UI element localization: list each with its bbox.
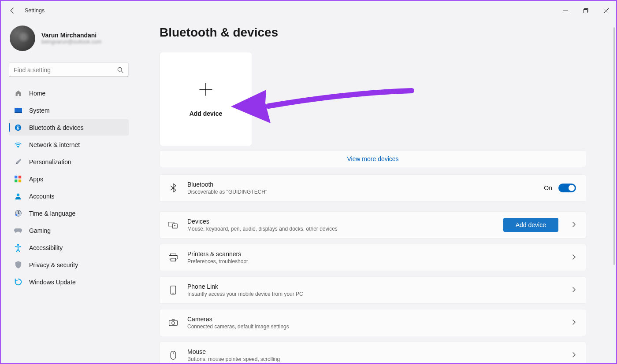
camera-icon	[168, 317, 178, 328]
view-more-label: View more devices	[347, 155, 398, 162]
home-icon	[14, 89, 22, 97]
avatar	[10, 26, 35, 51]
svg-rect-4	[15, 112, 22, 113]
close-button[interactable]	[596, 4, 616, 18]
nav-label: Time & language	[29, 210, 75, 217]
back-icon[interactable]	[9, 7, 16, 14]
window-controls	[555, 4, 616, 18]
svg-rect-9	[19, 179, 21, 182]
phone-icon	[168, 285, 178, 295]
scrollbar-thumb[interactable]	[613, 27, 615, 265]
nav-apps[interactable]: Apps	[9, 171, 129, 187]
nav-accessibility[interactable]: Accessibility	[9, 239, 129, 256]
profile-name: Varun Mirchandani	[41, 32, 101, 39]
add-device-label: Add device	[190, 110, 223, 117]
nav-update[interactable]: Windows Update	[9, 274, 129, 290]
mouse-subtitle: Buttons, mouse pointer speed, scrolling	[187, 356, 558, 362]
nav-time[interactable]: Time & language	[9, 205, 129, 221]
nav-label: Bluetooth & devices	[29, 124, 84, 131]
svg-rect-1	[584, 9, 587, 13]
app-title: Settings	[25, 7, 45, 14]
cameras-subtitle: Connected cameras, default image setting…	[187, 324, 558, 330]
svg-rect-20	[171, 258, 176, 261]
svg-rect-6	[15, 176, 17, 178]
add-device-card[interactable]: Add device	[160, 52, 252, 146]
search-icon	[117, 67, 123, 73]
nav-label: Accounts	[29, 193, 55, 200]
devices-subtitle: Mouse, keyboard, pen, audio, displays an…	[187, 226, 494, 232]
mouse-title: Mouse	[187, 348, 558, 355]
profile-email: beingvarun@outlook.com	[41, 39, 101, 45]
search-input[interactable]	[9, 63, 129, 77]
maximize-button[interactable]	[576, 4, 596, 18]
nav-system[interactable]: System	[9, 102, 129, 118]
nav-bluetooth[interactable]: Bluetooth & devices	[9, 119, 129, 136]
system-icon	[14, 107, 22, 114]
accessibility-icon	[14, 244, 22, 252]
sidebar: Varun Mirchandani beingvarun@outlook.com…	[1, 20, 138, 363]
titlebar: Settings	[1, 1, 616, 20]
bluetooth-subtitle: Discoverable as "GUIDINGTECH"	[187, 189, 535, 195]
gamepad-icon	[14, 227, 22, 235]
person-icon	[14, 192, 22, 200]
shield-icon	[14, 261, 22, 269]
bluetooth-row[interactable]: Bluetooth Discoverable as "GUIDINGTECH" …	[160, 174, 586, 202]
chevron-right-icon	[572, 352, 576, 359]
chevron-right-icon	[572, 254, 576, 261]
svg-point-2	[118, 67, 122, 71]
chevron-right-icon	[572, 319, 576, 326]
bluetooth-title: Bluetooth	[187, 181, 535, 188]
nav-gaming[interactable]: Gaming	[9, 222, 129, 239]
bluetooth-toggle[interactable]	[558, 184, 576, 192]
nav-network[interactable]: Network & internet	[9, 136, 129, 153]
content: Bluetooth & devices Add device View more…	[138, 20, 616, 363]
printers-row[interactable]: Printers & scanners Preferences, trouble…	[160, 244, 586, 271]
brush-icon	[14, 158, 22, 166]
chevron-right-icon	[572, 287, 576, 294]
svg-rect-18	[171, 254, 176, 256]
phone-title: Phone Link	[187, 283, 558, 290]
minimize-button[interactable]	[555, 4, 576, 18]
page-title: Bluetooth & devices	[160, 26, 586, 40]
nav-label: Personalization	[29, 158, 71, 165]
nav-label: Privacy & security	[29, 261, 78, 268]
devices-icon	[168, 220, 178, 230]
cameras-title: Cameras	[187, 316, 558, 323]
nav-label: Accessibility	[29, 244, 63, 251]
svg-rect-7	[19, 176, 21, 178]
svg-rect-23	[169, 320, 178, 326]
bluetooth-icon	[14, 124, 22, 132]
nav: Home System Bluetooth & devices Network …	[9, 85, 129, 290]
devices-row[interactable]: Devices Mouse, keyboard, pen, audio, dis…	[160, 211, 586, 239]
add-device-button[interactable]: Add device	[503, 218, 558, 232]
profile-block[interactable]: Varun Mirchandani beingvarun@outlook.com	[9, 26, 129, 51]
svg-rect-8	[15, 179, 17, 182]
nav-label: Apps	[29, 176, 43, 183]
nav-label: Network & internet	[29, 141, 80, 148]
svg-point-10	[17, 193, 19, 196]
cameras-row[interactable]: Cameras Connected cameras, default image…	[160, 309, 586, 336]
printers-title: Printers & scanners	[187, 250, 558, 257]
printers-subtitle: Preferences, troubleshoot	[187, 258, 558, 265]
nav-accounts[interactable]: Accounts	[9, 188, 129, 204]
nav-label: Gaming	[29, 227, 51, 234]
nav-home[interactable]: Home	[9, 85, 129, 101]
phone-subtitle: Instantly access your mobile device from…	[187, 291, 558, 297]
nav-label: Windows Update	[29, 279, 76, 286]
svg-point-14	[17, 244, 19, 246]
nav-label: System	[29, 107, 50, 114]
mouse-row[interactable]: Mouse Buttons, mouse pointer speed, scro…	[160, 342, 586, 363]
apps-icon	[14, 175, 22, 183]
bluetooth-small-icon	[168, 183, 178, 193]
plus-icon	[198, 81, 214, 99]
devices-title: Devices	[187, 218, 494, 225]
search-wrap	[9, 63, 129, 77]
wifi-icon	[14, 141, 22, 149]
nav-personalization[interactable]: Personalization	[9, 154, 129, 170]
view-more-devices[interactable]: View more devices	[160, 151, 586, 167]
svg-point-17	[174, 225, 175, 226]
mouse-icon	[168, 350, 178, 360]
svg-rect-22	[172, 293, 174, 293]
phone-link-row[interactable]: Phone Link Instantly access your mobile …	[160, 276, 586, 304]
nav-privacy[interactable]: Privacy & security	[9, 257, 129, 273]
